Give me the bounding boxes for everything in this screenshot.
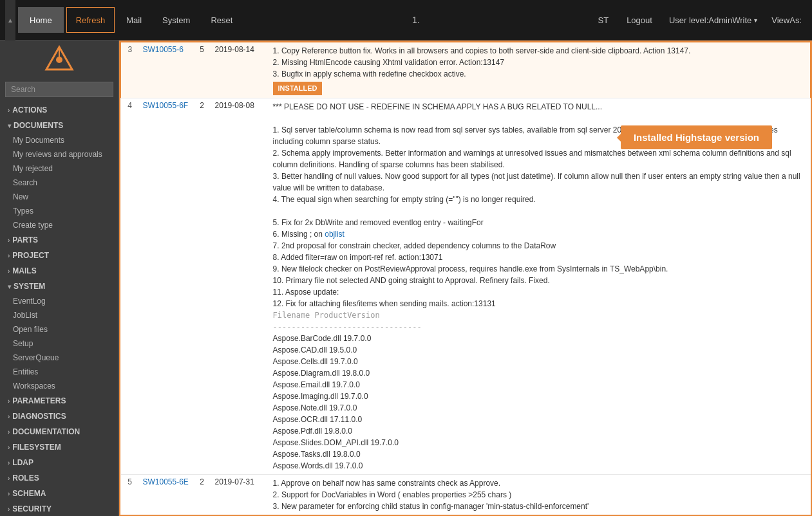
sidebar-item-server-queue[interactable]: ServerQueue <box>0 351 118 365</box>
sidebar-item-my-rejected[interactable]: My rejected <box>0 161 118 176</box>
sidebar-search-container <box>5 82 113 97</box>
sidebar-item-setup[interactable]: Setup <box>0 336 118 351</box>
sidebar-item-my-reviews[interactable]: My reviews and approvals <box>0 147 118 161</box>
sidebar-logo <box>0 41 118 79</box>
sidebar-item-security[interactable]: SECURITY <box>0 501 118 516</box>
table-row: 3 SW10055-6 5 2019-08-14 1. Copy Referen… <box>121 42 811 98</box>
objlist-link[interactable]: objlist <box>325 230 345 239</box>
row-num: 5 <box>121 474 139 516</box>
sidebar-item-diagnostics[interactable]: DIAGNOSTICS <box>0 409 118 424</box>
sidebar-item-documents[interactable]: DOCUMENTS <box>0 118 118 133</box>
row-id[interactable]: SW10055-6 <box>139 42 193 98</box>
system-button[interactable]: System <box>153 7 199 33</box>
reset-button[interactable]: Reset <box>202 7 241 33</box>
sidebar-item-filesystem[interactable]: FILESYSTEM <box>0 439 118 455</box>
row-num: 4 <box>121 98 139 474</box>
sidebar-item-actions[interactable]: ACTIONS <box>0 102 118 118</box>
sidebar-item-documentation[interactable]: DOCUMENTATION <box>0 424 118 439</box>
row-count: 2 <box>193 474 211 516</box>
row-date: 2019-08-08 <box>211 98 269 474</box>
row-count: 2 <box>193 98 211 474</box>
topbar: Home Refresh Mail System Reset 1. ST Log… <box>0 0 812 41</box>
sidebar-item-project[interactable]: PROJECT <box>0 248 118 263</box>
sidebar-item-my-documents[interactable]: My Documents <box>0 133 118 147</box>
row-content: *** PLEASE DO NOT USE - REDEFINE IN SCHE… <box>269 98 811 474</box>
sidebar-item-search[interactable]: Search <box>0 176 118 190</box>
topbar-scroll <box>5 0 15 41</box>
mail-button[interactable]: Mail <box>117 7 151 33</box>
sidebar-item-joblist[interactable]: JobList <box>0 308 118 322</box>
sidebar-item-eventlog[interactable]: EventLog <box>0 294 118 308</box>
version-list[interactable]: Installed Highstage version 3 SW10055-6 … <box>119 41 812 516</box>
refresh-button[interactable]: Refresh <box>66 7 115 33</box>
sidebar-section: ACTIONS DOCUMENTS My Documents My review… <box>0 102 118 516</box>
sidebar-item-roles[interactable]: ROLES <box>0 470 118 486</box>
st-button[interactable]: ST <box>590 10 617 30</box>
topbar-center: 1. <box>244 15 587 25</box>
svg-point-2 <box>56 57 62 63</box>
row-count: 5 <box>193 42 211 98</box>
version-table: 3 SW10055-6 5 2019-08-14 1. Copy Referen… <box>120 42 811 516</box>
sidebar-item-mails[interactable]: MAILS <box>0 263 118 279</box>
sidebar: ACTIONS DOCUMENTS My Documents My review… <box>0 41 119 516</box>
row-content: 1. Copy Reference button fix. Works in a… <box>269 42 811 98</box>
sidebar-item-entities[interactable]: Entities <box>0 365 118 379</box>
row-content: 1. Approve on behalf now has same constr… <box>269 474 811 516</box>
sidebar-item-parts[interactable]: PARTS <box>0 232 118 248</box>
row-date: 2019-08-14 <box>211 42 269 98</box>
search-input[interactable] <box>5 82 113 97</box>
logout-button[interactable]: Logout <box>619 10 660 30</box>
table-row: 4 SW10055-6F 2 2019-08-08 *** PLEASE DO … <box>121 98 811 474</box>
sidebar-item-open-files[interactable]: Open files <box>0 322 118 336</box>
sidebar-item-workspaces[interactable]: Workspaces <box>0 379 118 393</box>
installed-tooltip: Installed Highstage version <box>621 125 772 149</box>
row-date: 2019-07-31 <box>211 474 269 516</box>
sidebar-item-system[interactable]: SYSTEM <box>0 279 118 294</box>
row-num: 3 <box>121 42 139 98</box>
sidebar-item-new[interactable]: New <box>0 190 118 204</box>
sidebar-item-schema[interactable]: SCHEMA <box>0 486 118 501</box>
main-layout: ACTIONS DOCUMENTS My Documents My review… <box>0 41 812 516</box>
row-id[interactable]: SW10055-6E <box>139 474 193 516</box>
row-id[interactable]: SW10055-6F <box>139 98 193 474</box>
sidebar-item-ldap[interactable]: LDAP <box>0 455 118 470</box>
sidebar-item-create-type[interactable]: Create type <box>0 218 118 232</box>
installed-badge: INSTALLED <box>273 82 323 95</box>
sidebar-item-parameters[interactable]: PARAMETERS <box>0 393 118 409</box>
topbar-right: ST Logout User level:AdminWrite ViewAs: <box>590 10 807 30</box>
home-button[interactable]: Home <box>18 7 64 33</box>
table-row: 5 SW10055-6E 2 2019-07-31 1. Approve on … <box>121 474 811 516</box>
view-as-label: ViewAs: <box>766 15 807 25</box>
content-area: Installed Highstage version 3 SW10055-6 … <box>119 41 812 516</box>
sidebar-item-types[interactable]: Types <box>0 204 118 218</box>
user-level-button[interactable]: User level:AdminWrite <box>663 10 764 30</box>
